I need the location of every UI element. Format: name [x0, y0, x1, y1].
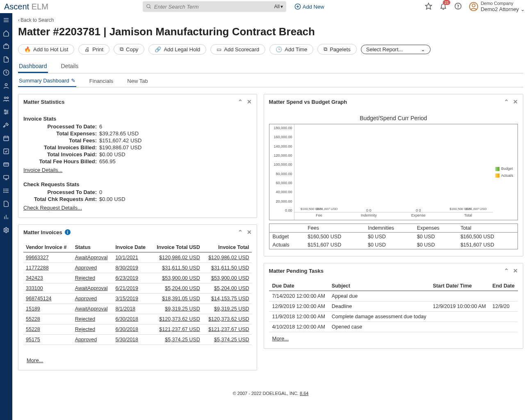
collapse-icon[interactable]: ⌃: [238, 229, 243, 235]
invoice-link[interactable]: 99663327: [26, 255, 49, 260]
user-menu[interactable]: Demo Company Demo2 Attorney ⌄: [469, 1, 525, 13]
amount-link[interactable]: $53,900.00 USD: [211, 275, 249, 281]
close-icon[interactable]: ✕: [513, 267, 518, 274]
amount-link[interactable]: $120,373.62 USD: [159, 316, 200, 322]
date-link[interactable]: 10/1/2021: [115, 255, 138, 260]
clock-icon[interactable]: [2, 69, 10, 76]
col-header[interactable]: Invoice Total USD: [150, 243, 202, 252]
date-link[interactable]: 6/30/2018: [115, 326, 138, 332]
date-link[interactable]: 6/23/2019: [115, 275, 138, 281]
amount-link[interactable]: $120,986.02 USD: [159, 255, 200, 260]
subtab-summary[interactable]: Summary Dashboard ✎: [18, 75, 76, 87]
version-link[interactable]: 8.64: [300, 391, 308, 396]
invoice-link[interactable]: 95175: [26, 337, 40, 342]
sliders-icon[interactable]: [2, 108, 10, 116]
document-icon[interactable]: [2, 56, 10, 63]
search-box[interactable]: All ▾: [143, 1, 286, 12]
close-icon[interactable]: ✕: [513, 98, 518, 105]
amount-link[interactable]: $5,204.00 USD: [165, 285, 200, 291]
invoices-more-link[interactable]: More...: [27, 357, 252, 363]
invoice-link[interactable]: 333100: [26, 285, 43, 291]
amount-link[interactable]: $53,900.00 USD: [162, 275, 200, 281]
select-report-dropdown[interactable]: Select Report...⌄: [361, 45, 431, 54]
legal-hold-button[interactable]: 🔗Add Legal Hold: [148, 44, 206, 55]
invoice-link[interactable]: 11772288: [26, 265, 49, 271]
favorite-icon[interactable]: [425, 2, 432, 11]
chart-icon[interactable]: [2, 213, 10, 221]
check-details-link[interactable]: Check Request Details...: [23, 205, 252, 211]
briefcase-icon[interactable]: [2, 43, 10, 50]
col-header[interactable]: Vendor Invoice #: [23, 243, 73, 252]
collapse-icon[interactable]: ⌃: [504, 98, 509, 105]
scorecard-button[interactable]: ▭Add Scorecard: [210, 44, 265, 55]
amount-link[interactable]: $18,391.05 USD: [162, 296, 200, 301]
amount-link[interactable]: $120,986.02 USD: [208, 255, 249, 260]
file-icon[interactable]: [2, 200, 10, 208]
back-to-search[interactable]: ‹ Back to Search: [18, 17, 523, 23]
table-row[interactable]: 11/9/2018 12:00:00 AMComplete damage ass…: [269, 312, 518, 322]
info-icon[interactable]: i: [65, 229, 71, 235]
people-icon[interactable]: [2, 95, 10, 103]
calendar-icon[interactable]: [2, 135, 10, 142]
invoice-link[interactable]: 55228: [26, 316, 40, 322]
amount-link[interactable]: $5,374.25 USD: [165, 337, 200, 342]
col-header[interactable]: Status: [73, 243, 113, 252]
status-link[interactable]: AwaitApproval: [75, 306, 108, 312]
date-link[interactable]: 8/1/2018: [115, 306, 135, 312]
subtab-financials[interactable]: Financials: [89, 75, 114, 87]
amount-link[interactable]: $31,611.50 USD: [211, 265, 249, 271]
status-link[interactable]: Rejected: [75, 326, 95, 332]
col-header[interactable]: Subject: [328, 281, 430, 291]
invoice-link[interactable]: 342423: [26, 275, 43, 281]
close-icon[interactable]: ✕: [247, 229, 252, 235]
tab-dashboard[interactable]: Dashboard: [18, 60, 48, 73]
table-row[interactable]: 4/10/2018 12:00:00 AMOpened case: [269, 322, 518, 332]
monitor-icon[interactable]: [2, 174, 10, 181]
col-header[interactable]: Invoice Total: [203, 243, 252, 252]
amount-link[interactable]: $31,611.50 USD: [162, 265, 200, 271]
menu-icon[interactable]: [2, 16, 10, 24]
print-button[interactable]: 🖨Print: [78, 44, 109, 55]
collapse-icon[interactable]: ⌃: [504, 267, 509, 274]
add-new-button[interactable]: Add New: [294, 3, 324, 10]
add-hotlist-button[interactable]: 🔥Add to Hot List: [18, 44, 74, 55]
card-icon[interactable]: [2, 161, 10, 168]
amount-link[interactable]: $120,373.62 USD: [208, 316, 249, 322]
col-header[interactable]: Start Date/ Time: [430, 281, 489, 291]
list-icon[interactable]: [2, 187, 10, 194]
close-icon[interactable]: ✕: [247, 98, 252, 105]
search-input[interactable]: [154, 4, 272, 10]
status-link[interactable]: Approved: [75, 337, 97, 342]
gavel-icon[interactable]: [2, 121, 10, 129]
date-link[interactable]: 5/30/2018: [115, 337, 138, 342]
date-link[interactable]: 6/21/2019: [115, 285, 138, 291]
gear-icon[interactable]: [2, 226, 10, 234]
collapse-icon[interactable]: ⌃: [238, 98, 243, 105]
search-filter[interactable]: All ▾: [274, 4, 283, 9]
date-link[interactable]: 3/15/2019: [115, 296, 138, 301]
subtab-newtab[interactable]: New Tab: [126, 75, 148, 87]
invoice-link[interactable]: 968745124: [26, 296, 52, 301]
status-link[interactable]: Approved: [75, 265, 97, 271]
table-row[interactable]: 12/9/2019 12:00:00 AMDeadline12/9/2019 1…: [269, 301, 518, 312]
amount-link[interactable]: $9,319.25 USD: [165, 306, 200, 312]
status-link[interactable]: Rejected: [75, 316, 95, 322]
checkbox-icon[interactable]: [2, 148, 10, 155]
amount-link[interactable]: $14,153.75 USD: [211, 296, 249, 301]
help-icon[interactable]: [454, 2, 462, 11]
invoice-link[interactable]: 55228: [26, 326, 40, 332]
table-row[interactable]: 7/14/2020 12:00:00 AMAppeal due: [269, 291, 518, 301]
status-link[interactable]: Rejected: [75, 275, 95, 281]
notifications-icon[interactable]: 21: [440, 2, 447, 11]
add-time-button[interactable]: 🕒Add Time: [269, 44, 313, 55]
invoice-link[interactable]: 15189: [26, 306, 40, 312]
pagelets-button[interactable]: ⧉Pagelets: [317, 44, 357, 55]
amount-link[interactable]: $5,374.25 USD: [214, 337, 249, 342]
date-link[interactable]: 6/30/2018: [115, 316, 138, 322]
status-link[interactable]: AwaitApproval: [75, 285, 108, 291]
amount-link[interactable]: $121,237.67 USD: [208, 326, 249, 332]
amount-link[interactable]: $121,237.67 USD: [159, 326, 200, 332]
col-header[interactable]: Invoice Date: [113, 243, 150, 252]
invoice-details-link[interactable]: Invoice Details...: [23, 167, 252, 173]
date-link[interactable]: 8/30/2019: [115, 265, 138, 271]
